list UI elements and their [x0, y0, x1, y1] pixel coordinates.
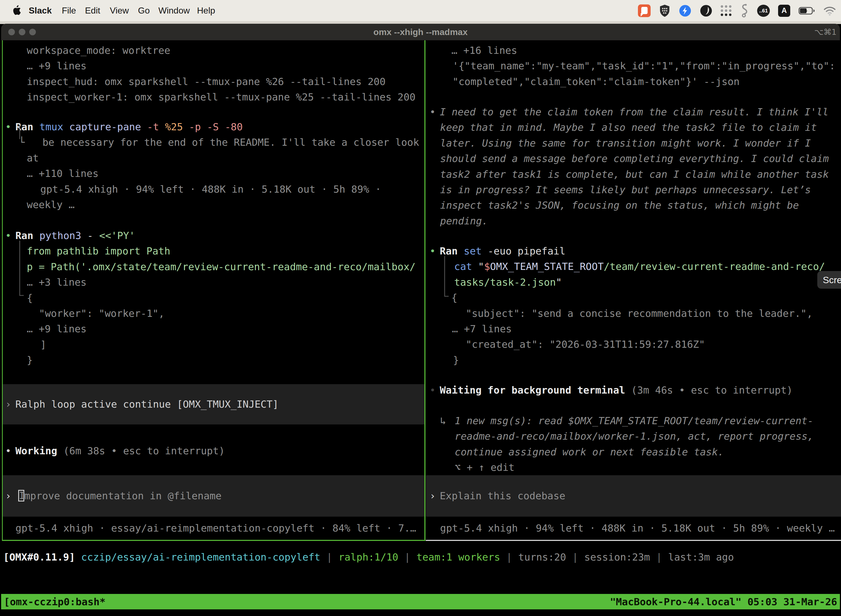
terminal-line: weekly … — [3, 197, 424, 213]
edit-hint: ⌥ + ↑ edit — [426, 460, 841, 475]
waiting-label: Waiting for background terminal — [440, 384, 625, 396]
waiting-detail: (3m 46s • esc to interrupt) — [631, 384, 793, 396]
command-token: -80 — [219, 121, 243, 132]
prompt-chevron: › — [429, 490, 436, 502]
menu-status-icons: ..61 A — [638, 0, 836, 21]
right-prompt-input[interactable]: ›Explain this codebase — [426, 475, 841, 517]
tree-guide — [444, 256, 445, 297]
separator: | — [506, 551, 512, 563]
prompt-chevron: › — [5, 490, 11, 502]
tmux-status-bar: [omx-cczip0:bash* "MacBook-Pro-44.local"… — [1, 594, 840, 609]
tmux-session-name[interactable]: [omx-cczip0:bash* — [4, 596, 105, 607]
left-model-status: gpt-5.4 xhigh · essay/ai-reimplementatio… — [3, 521, 424, 536]
dots-grid-icon[interactable] — [721, 5, 732, 16]
thought-text: should send a message before completing … — [426, 151, 841, 166]
right-mailbox-message: ↳1 new msg(s): read $OMX_TEAM_STATE_ROOT… — [426, 413, 841, 475]
terminal-line: inspect_worker-1: omx sparkshell --tmux-… — [3, 89, 424, 105]
bullet-icon: • — [429, 245, 436, 257]
command-token: -S — [201, 121, 219, 132]
pane-divider[interactable] — [424, 40, 425, 541]
bullet-icon: • — [5, 121, 11, 132]
ralph-banner-text: Ralph loop active continue [OMX_TMUX_INJ… — [15, 399, 279, 410]
menu-file[interactable]: File — [62, 0, 76, 21]
tree-guide — [19, 241, 20, 296]
separator: | — [656, 551, 662, 563]
terminal-line: } — [3, 352, 424, 368]
command-line: •Ranpython3 - <<'PY' — [3, 228, 424, 243]
command-token: " — [556, 277, 562, 288]
terminal-line: ] — [3, 337, 424, 352]
ran-label: Ran — [440, 245, 458, 257]
omx-last-activity: last:3m ago — [668, 551, 734, 563]
omx-team-count: team:1 workers — [416, 551, 500, 563]
command-token: -p — [183, 121, 201, 132]
mailbox-text: readme-and-reco/mailbox/worker-1.json, a… — [426, 428, 841, 444]
wifi-icon[interactable] — [823, 6, 836, 16]
battery-icon[interactable] — [799, 7, 815, 15]
ran-label: Ran — [15, 230, 34, 241]
right-ran-set-block: •Ranset -euo pipefail cat "$OMX_TEAM_STA… — [426, 243, 841, 368]
menu-window[interactable]: Window — [158, 0, 190, 21]
command-line: tasks/task-2.json" — [426, 274, 841, 290]
count-badge-icon[interactable]: ..61 — [757, 5, 770, 17]
screen: Slack File Edit View Go Window Help — [0, 0, 841, 616]
tree-guide — [444, 296, 448, 297]
terminal-line: … +7 lines — [426, 321, 841, 337]
tmux-host-time: "MacBook-Pro-44.local" 05:03 31-Mar-26 — [610, 596, 837, 607]
a-app-icon[interactable]: A — [778, 5, 790, 17]
terminal-line: "worker": "worker-1", — [3, 306, 424, 321]
command-token: OMX_TEAM_STATE_ROOT — [490, 261, 604, 272]
chat-app-icon[interactable] — [638, 4, 651, 17]
terminal-line: "completed","claim_token":"claim-token"}… — [426, 74, 841, 89]
window-shortcut-hint: ⌥⌘1 — [814, 24, 837, 40]
terminal-line: └be necessary for the end of the README.… — [3, 135, 424, 150]
command-token: cat — [454, 261, 472, 272]
menu-go[interactable]: Go — [138, 0, 150, 21]
command-token: capture-pane — [63, 121, 141, 132]
right-pane-output-top: … +16 lines '{"team_name":"my-team","tas… — [426, 43, 841, 89]
menu-app-name[interactable]: Slack — [29, 0, 52, 21]
terminal-line: { — [3, 290, 424, 306]
command-token: set — [464, 245, 482, 257]
ran-label: Ran — [15, 121, 34, 132]
terminal-line: gpt-5.4 xhigh · 94% left · 488K in · 5.1… — [3, 182, 424, 197]
bullet-icon: • — [429, 384, 436, 396]
thought-text: inspect task2's JSON, focusing on the st… — [426, 198, 841, 213]
squiggle-icon[interactable] — [741, 4, 749, 18]
menu-help[interactable]: Help — [197, 0, 215, 21]
command-line: •Ranset -euo pipefail — [426, 243, 841, 259]
apple-menu-icon[interactable] — [12, 5, 22, 16]
thought-text: task2 after task1 is complete, but can I… — [426, 167, 841, 182]
tree-guide — [19, 295, 24, 296]
terminal-line: … +110 lines — [3, 166, 424, 181]
output-text: be necessary for the end of the README. … — [42, 136, 419, 148]
terminal-line: inspect_hud: omx sparkshell --tmux-pane … — [3, 74, 424, 89]
thought-text: pending. — [426, 213, 841, 229]
left-ran-tmux-block: •Rantmux capture-pane -t %25 -p -S -80 └… — [3, 119, 424, 213]
command-token: $ — [484, 261, 490, 272]
menu-view[interactable]: View — [110, 0, 129, 21]
bullet-icon: • — [5, 230, 11, 241]
left-pane-output-top: workspace_mode: worktree … +9 lines insp… — [3, 43, 424, 105]
terminal-line: at — [3, 150, 424, 166]
right-waiting-status: •Waiting for background terminal(3m 46s … — [426, 383, 841, 398]
shield-grid-icon[interactable] — [659, 4, 671, 18]
crescent-app-icon[interactable] — [700, 4, 712, 17]
mailbox-text: continue assigned work or next feasible … — [426, 444, 841, 460]
omx-turns: turns:20 — [518, 551, 566, 563]
terminal-line: "created_at": "2026-03-31T11:59:27.816Z" — [426, 337, 841, 352]
menu-edit[interactable]: Edit — [85, 0, 100, 21]
working-label: Working — [15, 445, 57, 456]
terminal-line: { — [426, 290, 841, 305]
command-line: •Rantmux capture-pane -t %25 -p -S -80 — [3, 119, 424, 135]
terminal-line: } — [426, 352, 841, 368]
left-prompt-input[interactable]: ›Improve documentation in @filename — [3, 475, 424, 517]
left-pane-bottom-border — [3, 540, 424, 541]
status-line: gpt-5.4 xhigh · essay/ai-reimplementatio… — [3, 521, 424, 536]
command-token: tasks/task-2.json — [454, 277, 556, 288]
window-title: omx --xhigh --madmax — [0, 24, 841, 40]
bolt-badge-icon[interactable] — [679, 4, 692, 17]
working-detail: (6m 38s • esc to interrupt) — [63, 445, 224, 456]
text-cursor: I — [18, 490, 24, 502]
thought-text: I need to get the claim token from the c… — [440, 106, 829, 117]
